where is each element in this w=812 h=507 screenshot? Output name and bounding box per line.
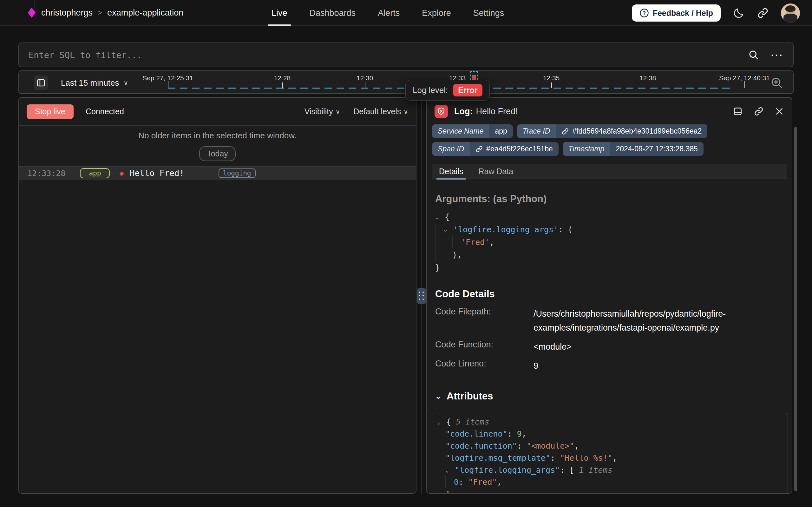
code-filepath-value: /Users/christophersamiullah/repos/pydant… [534,307,774,335]
arguments-heading: Arguments: (as Python) [435,193,784,205]
more-options-icon[interactable]: ⋯ [770,49,784,61]
code-line: } [435,261,784,274]
nav-tab-explore[interactable]: Explore [422,0,451,26]
empty-state-message: No older items in the selected time wind… [19,131,416,140]
moon-icon [733,7,745,19]
json-line: "code.lineno": 9, [437,428,782,440]
timeline-zoom-button[interactable] [770,76,784,90]
connection-status: Connected [86,107,124,116]
detail-panel-scrollbar[interactable] [794,127,797,491]
nav-tab-dashboards[interactable]: Dashboards [310,0,356,26]
svg-text:?: ? [643,10,646,16]
timeline-tick-label: 12:28 [274,74,291,82]
link-icon [754,106,764,116]
log-row[interactable]: 12:33:28 app ◆ Hello Fred! logging [19,166,416,180]
nav-right-cluster: ? Feedback / Help [632,0,800,26]
timeline-start-label: Sep 27, 12:25:31 [142,74,193,82]
default-levels-dropdown[interactable]: Default levels ∨ [353,107,408,116]
trace-id-badge[interactable]: Trace ID #fdd5694a8fa98eb4e301d99ebc056e… [517,124,708,138]
detail-tabs: Details Raw Data [432,164,787,179]
error-shield-icon [435,105,448,118]
zoom-in-icon [770,76,784,90]
log-message: Hello Fred! [130,168,184,178]
error-diamond-icon: ◆ [119,169,124,178]
chevron-down-icon: ∨ [335,108,340,115]
today-button[interactable]: Today [199,146,236,161]
timestamp-badge[interactable]: Timestamp 2024-09-27 12:33:28.385 [563,142,703,156]
nav-tab-alerts[interactable]: Alerts [378,0,400,26]
timeline-tick [365,82,365,88]
service-name-badge[interactable]: Service Name app [432,124,513,138]
json-line: "logfire.msg_template": "Hello %s!", [437,452,782,464]
timeline-tick-label: 12:38 [639,74,656,82]
close-icon [774,107,784,116]
code-function-value: <module> [534,340,774,354]
detail-header: Log:Hello Fred! [427,98,792,123]
time-range-selector[interactable]: Last 15 minutes ∨ [61,71,128,95]
dock-bottom-icon [733,106,743,116]
service-tag: app [80,168,110,178]
logging-tag: logging [218,168,256,178]
code-details-table: Code Filepath: /Users/christophersamiull… [435,307,784,373]
code-filepath-label: Code Filepath: [435,307,530,317]
metadata-badges: Service Name app Trace ID #fdd5694a8fa98… [427,123,792,156]
timebar-divider [136,73,136,93]
visibility-dropdown[interactable]: Visibility ∨ [305,107,340,116]
copy-link-button[interactable] [754,106,764,116]
close-panel-button[interactable] [774,107,784,116]
live-view-panel: Stop live Connected Visibility ∨ Default… [18,97,417,494]
code-line: ⌄'logfire.logging_args': ( [435,223,784,236]
json-line: ⌄"logfire.logging_args": [ 1 items [437,464,782,476]
span-id-badge[interactable]: Span ID #ea4d5f226ec151be [432,142,559,156]
chevron-down-icon: ∨ [124,79,128,87]
panel-left-icon [36,78,46,88]
expander-chevron-icon[interactable]: ⌄ [444,226,453,233]
sql-filter-bar: ⋯ [18,43,794,67]
attributes-divider [432,408,787,408]
collapse-chevron-icon[interactable]: ⌄ [435,392,442,401]
share-link-button[interactable] [757,7,769,19]
code-details-heading: Code Details [435,288,784,300]
timeline-tick [282,82,283,88]
top-nav: christophergs > example-application Live… [0,0,812,26]
attributes-heading: ⌄ Attributes [435,391,784,402]
timeline-tick [551,82,552,88]
expander-chevron-icon[interactable]: ⌄ [437,418,446,425]
link-icon [757,7,769,19]
code-line: 'Fred', [435,236,784,248]
code-line: ), [435,248,784,261]
breadcrumb-org[interactable]: christophergs [41,8,92,18]
code-function-label: Code Function: [435,340,530,350]
sidebar-toggle-button[interactable] [34,75,48,90]
sql-filter-input[interactable] [28,50,748,60]
stop-live-button[interactable]: Stop live [27,104,74,119]
timeline-tick [648,82,648,88]
empty-state: No older items in the selected time wind… [19,126,416,161]
nav-tab-settings[interactable]: Settings [473,0,504,26]
arguments-code-block: ⌄{ ⌄'logfire.logging_args': ( 'Fred', ),… [435,210,784,274]
live-panel-header: Stop live Connected Visibility ∨ Default… [19,98,416,126]
logfire-logo-diamond[interactable] [28,8,36,18]
breadcrumb-project[interactable]: example-application [107,8,183,18]
timeline-start-tick [168,81,169,88]
dock-panel-button[interactable] [733,106,743,116]
search-icon[interactable] [748,49,759,61]
theme-toggle-button[interactable] [733,7,745,19]
user-avatar[interactable] [781,3,800,22]
expander-chevron-icon[interactable]: ⌄ [445,466,455,473]
timeline-tick-label: 12:35 [543,74,560,82]
logo-accent-line [35,0,35,8]
expander-chevron-icon[interactable]: ⌄ [435,213,445,220]
json-line: ⌄{ 5 items [437,415,782,428]
json-line: 0: "Fred", [437,476,782,488]
panel-resize-handle[interactable] [417,288,426,304]
feedback-help-button[interactable]: ? Feedback / Help [632,4,721,21]
chevron-down-icon: ∨ [403,108,408,115]
tab-details[interactable]: Details [439,164,463,179]
nav-tab-live[interactable]: Live [271,0,288,26]
log-detail-panel: Log:Hello Fred! Service Name app [426,97,792,494]
code-lineno-label: Code Lineno: [435,359,530,369]
link-icon [476,145,483,153]
tooltip-label: Log level: [413,86,448,95]
tab-raw-data[interactable]: Raw Data [478,164,513,179]
